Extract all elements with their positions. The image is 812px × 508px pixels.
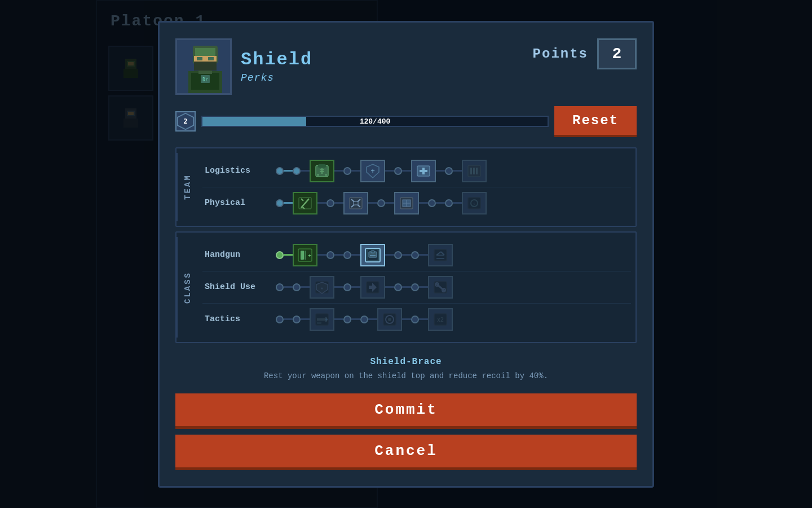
points-box: 2: [597, 38, 637, 69]
connector: [419, 202, 428, 204]
connector: [334, 170, 343, 172]
svg-rect-41: [470, 168, 472, 174]
node[interactable]: [276, 199, 284, 207]
connector: [351, 318, 360, 320]
node[interactable]: [276, 283, 284, 291]
svg-text:Dr: Dr: [202, 77, 208, 82]
node[interactable]: [445, 199, 453, 207]
node[interactable]: [276, 316, 284, 323]
perk-icon-shield-emblem[interactable]: ★: [310, 276, 334, 299]
node[interactable]: [360, 316, 368, 323]
node[interactable]: [411, 283, 419, 291]
perk-row-logistics: Logistics: [202, 155, 631, 187]
perk-icon-tactics-2[interactable]: x2: [428, 308, 453, 331]
perk-icon-cross-sword[interactable]: [343, 192, 368, 214]
perk-icon-shield-plus[interactable]: +: [360, 160, 385, 182]
svg-text:★: ★: [320, 285, 324, 291]
svg-rect-86: [317, 322, 321, 324]
connector: [385, 202, 394, 204]
level-badge: 2: [175, 111, 196, 132]
node[interactable]: [377, 199, 385, 207]
xp-bar-row: 2 120/400 Reset: [175, 106, 637, 137]
node[interactable]: [326, 199, 334, 207]
svg-text:x2: x2: [437, 317, 444, 323]
svg-rect-43: [476, 168, 478, 174]
tooltip-description: Rest your weapon on the shield top and r…: [180, 370, 632, 382]
node[interactable]: [343, 251, 351, 259]
cancel-button[interactable]: Cancel: [175, 435, 637, 470]
perk-icon-medkit[interactable]: [411, 160, 436, 182]
perk-icon-backpack[interactable]: [310, 160, 334, 182]
perk-icon-sword[interactable]: [293, 192, 317, 214]
connector: [301, 170, 310, 172]
perk-icon-ammo[interactable]: [462, 160, 487, 182]
header-right: Points 2: [533, 38, 637, 69]
svg-rect-39: [420, 170, 427, 172]
connector: [419, 318, 428, 320]
perk-nodes-tactics: x2: [276, 308, 629, 331]
node[interactable]: [343, 283, 351, 291]
perk-row-tactics: Tactics: [202, 304, 631, 335]
perk-icon-gun-scope[interactable]: [310, 308, 334, 331]
character-avatar: Dr: [175, 38, 232, 95]
node[interactable]: [445, 167, 453, 175]
svg-rect-34: [325, 174, 327, 176]
node[interactable]: [276, 251, 284, 259]
header-left: Dr Shield Perks: [175, 38, 312, 95]
perk-name-logistics: Logistics: [205, 166, 272, 176]
connector: [334, 286, 343, 288]
commit-button[interactable]: Commit: [175, 393, 637, 429]
svg-rect-66: [371, 251, 374, 253]
xp-text: 120/400: [360, 117, 391, 126]
class-section: CLASS Handgun +: [175, 231, 637, 343]
svg-rect-32: [321, 168, 323, 174]
perk-icon-tactics-orb[interactable]: [377, 308, 402, 331]
svg-rect-61: [304, 251, 306, 260]
node[interactable]: [394, 283, 402, 291]
tooltip-title: Shield-Brace: [180, 357, 632, 367]
node[interactable]: [293, 167, 301, 175]
perk-name-handgun: Handgun: [205, 250, 272, 260]
svg-rect-83: [317, 318, 325, 321]
team-label: TEAM: [176, 153, 198, 221]
connector: [402, 170, 411, 172]
connector: [368, 202, 377, 204]
svg-rect-51: [354, 202, 358, 205]
node[interactable]: [326, 251, 334, 259]
node[interactable]: [343, 167, 351, 175]
node[interactable]: [394, 251, 402, 259]
svg-rect-20: [208, 57, 214, 60]
node[interactable]: [411, 316, 419, 323]
svg-text:2: 2: [183, 117, 188, 125]
reset-button[interactable]: Reset: [554, 106, 637, 137]
perk-nodes-shielduse: ★: [276, 276, 629, 299]
connector: [453, 202, 462, 204]
perk-icon-arrow-left[interactable]: [360, 276, 385, 299]
perk-icon-handgun-last[interactable]: [428, 244, 453, 266]
perk-icon-physical-last[interactable]: ⚡: [462, 192, 487, 214]
team-rows: Logistics: [198, 153, 636, 221]
perk-icon-wrench[interactable]: [428, 276, 453, 299]
node[interactable]: [428, 199, 436, 207]
connector: [334, 202, 343, 204]
svg-rect-16: [194, 62, 217, 71]
xp-bar: 120/400: [201, 116, 549, 127]
svg-rect-23: [198, 71, 212, 74]
node[interactable]: [411, 251, 419, 259]
perk-row-physical: Physical: [202, 187, 631, 219]
connector: [385, 254, 394, 256]
modal-header: Dr Shield Perks Points 2: [175, 38, 637, 95]
node[interactable]: [276, 167, 284, 175]
connector: [284, 318, 293, 320]
perk-icon-ammo-clip[interactable]: +: [293, 244, 317, 266]
node[interactable]: [343, 316, 351, 323]
connector: [334, 254, 343, 256]
perk-icon-shield-brace[interactable]: [360, 244, 385, 266]
perk-icon-box[interactable]: [394, 192, 419, 214]
node[interactable]: [293, 316, 301, 323]
connector: [402, 318, 411, 320]
action-buttons: Commit Cancel: [175, 393, 637, 470]
node[interactable]: [394, 167, 402, 175]
node[interactable]: [293, 283, 301, 291]
modal-overlay: Dr Shield Perks Points 2 2: [0, 0, 812, 508]
